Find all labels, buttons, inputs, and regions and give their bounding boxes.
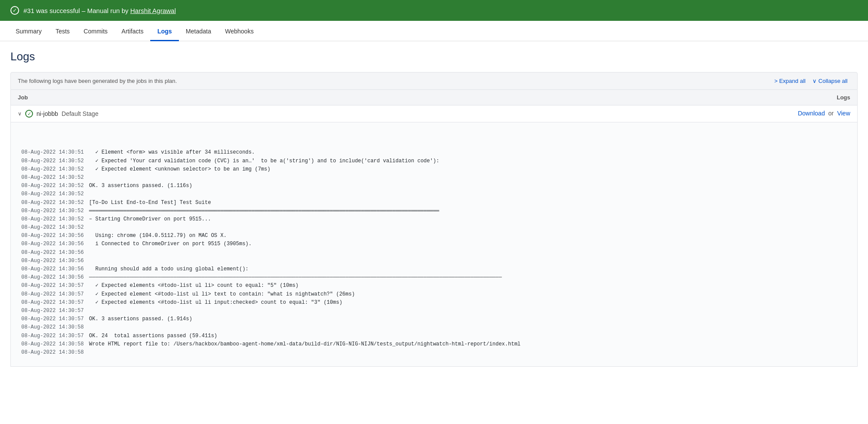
nav-tabs: Summary Tests Commits Artifacts Logs Met…: [0, 23, 868, 41]
log-line: 08-Aug-2022 14:30:52════════════════════…: [21, 207, 843, 215]
tab-summary[interactable]: Summary: [9, 23, 49, 41]
log-line: 08-Aug-2022 14:30:57 ✓ Expected elements…: [21, 299, 843, 307]
status-banner: ✓ #31 was successful – Manual run by Har…: [0, 0, 868, 21]
or-text: or: [828, 110, 834, 117]
logs-description: The following logs have been generated b…: [18, 78, 177, 84]
log-message: ✓ Expected elements <#todo-list ul li> c…: [89, 282, 299, 290]
tab-commits[interactable]: Commits: [77, 23, 115, 41]
log-timestamp: 08-Aug-2022 14:30:52: [21, 174, 84, 182]
log-message: ✓ Expected 'Your card validation code (C…: [89, 157, 439, 165]
log-message: ✓ Expected element <#todo-list ul li> te…: [89, 290, 355, 299]
table-row: ∨ ✓ ni-jobbb Default Stage Download or V…: [11, 105, 858, 122]
log-timestamp: 08-Aug-2022 14:30:52: [21, 165, 84, 174]
success-icon: ✓: [10, 6, 19, 15]
log-line: 08-Aug-2022 14:30:52: [21, 190, 843, 198]
col-job-header: Job: [11, 90, 508, 105]
log-message: OK. 24 total assertions passed (59.411s): [89, 332, 217, 340]
log-line: 08-Aug-2022 14:30:56 i Connected to Chro…: [21, 240, 843, 248]
log-line: 08-Aug-2022 14:30:52 ✓ Expected 'Your ca…: [21, 157, 843, 165]
log-message: Running should add a todo using global e…: [89, 265, 248, 273]
log-line: 08-Aug-2022 14:30:52OK. 3 assertions pas…: [21, 182, 843, 190]
log-timestamp: 08-Aug-2022 14:30:52: [21, 157, 84, 165]
job-actions-cell: Download or View: [508, 105, 857, 122]
log-timestamp: 08-Aug-2022 14:30:56: [21, 257, 84, 265]
log-line: 08-Aug-2022 14:30:57 ✓ Expected element …: [21, 290, 843, 299]
log-message: Using: chrome (104.0.5112.79) on MAC OS …: [89, 232, 227, 240]
job-name-cell: ∨ ✓ ni-jobbb Default Stage: [11, 105, 508, 122]
view-link[interactable]: View: [837, 110, 850, 117]
log-timestamp: 08-Aug-2022 14:30:57: [21, 299, 84, 307]
tab-artifacts[interactable]: Artifacts: [115, 23, 151, 41]
log-output: 08-Aug-2022 14:30:51 ✓ Element <form> wa…: [18, 127, 850, 362]
log-line: 08-Aug-2022 14:30:56 Running should add …: [21, 265, 843, 273]
log-line: 08-Aug-2022 14:30:57OK. 24 total asserti…: [21, 332, 843, 340]
log-timestamp: 08-Aug-2022 14:30:52: [21, 207, 84, 215]
expand-all-button[interactable]: Expand all: [772, 77, 808, 85]
log-line: 08-Aug-2022 14:30:51 ✓ Element <form> wa…: [21, 148, 843, 157]
log-line: 08-Aug-2022 14:30:58: [21, 348, 843, 357]
page-title: Logs: [10, 50, 858, 63]
log-message: ✓ Expected element <unknown selector> to…: [89, 165, 271, 174]
log-line: 08-Aug-2022 14:30:52: [21, 224, 843, 232]
log-line: 08-Aug-2022 14:30:52: [21, 174, 843, 182]
log-line: 08-Aug-2022 14:30:56────────────────────…: [21, 273, 843, 282]
log-timestamp: 08-Aug-2022 14:30:57: [21, 282, 84, 290]
log-timestamp: 08-Aug-2022 14:30:52: [21, 199, 84, 207]
log-message: – Starting ChromeDriver on port 9515...: [89, 215, 211, 224]
page-content: Logs The following logs have been genera…: [0, 41, 868, 375]
log-timestamp: 08-Aug-2022 14:30:58: [21, 340, 84, 348]
log-timestamp: 08-Aug-2022 14:30:56: [21, 240, 84, 248]
log-message: [To-Do List End-to-End Test] Test Suite: [89, 199, 211, 207]
chevron-down-icon[interactable]: ∨: [18, 111, 22, 117]
logs-header-actions: Expand all Collapse all: [772, 77, 850, 85]
log-line: 08-Aug-2022 14:30:57 ✓ Expected elements…: [21, 282, 843, 290]
job-success-icon: ✓: [25, 110, 33, 118]
log-message: Wrote HTML report file to: /Users/hackbo…: [89, 340, 521, 348]
log-timestamp: 08-Aug-2022 14:30:56: [21, 265, 84, 273]
log-line: 08-Aug-2022 14:30:57: [21, 307, 843, 315]
log-timestamp: 08-Aug-2022 14:30:56: [21, 232, 84, 240]
log-line: 08-Aug-2022 14:30:52 ✓ Expected element …: [21, 165, 843, 174]
log-line: 08-Aug-2022 14:30:56: [21, 249, 843, 257]
col-logs-header: Logs: [508, 90, 857, 105]
log-line: 08-Aug-2022 14:30:58: [21, 323, 843, 332]
log-timestamp: 08-Aug-2022 14:30:52: [21, 190, 84, 198]
download-link[interactable]: Download: [798, 110, 825, 117]
log-timestamp: 08-Aug-2022 14:30:57: [21, 307, 84, 315]
job-name-label: ni-jobbb: [36, 110, 58, 117]
log-timestamp: 08-Aug-2022 14:30:52: [21, 224, 84, 232]
log-message: ✓ Expected elements <#todo-list ul li in…: [89, 299, 342, 307]
log-line: 08-Aug-2022 14:30:57OK. 3 assertions pas…: [21, 315, 843, 323]
log-timestamp: 08-Aug-2022 14:30:58: [21, 323, 84, 332]
log-line: 08-Aug-2022 14:30:56 Using: chrome (104.…: [21, 232, 843, 240]
collapse-all-button[interactable]: Collapse all: [810, 77, 850, 85]
log-timestamp: 08-Aug-2022 14:30:58: [21, 348, 84, 357]
log-timestamp: 08-Aug-2022 14:30:52: [21, 215, 84, 224]
logs-table: Job Logs ∨ ✓ ni-jobbb Default Stage Down…: [10, 90, 858, 367]
tab-logs[interactable]: Logs: [150, 23, 178, 41]
log-message: OK. 3 assertions passed. (1.116s): [89, 182, 192, 190]
banner-author-link[interactable]: Harshit Agrawal: [130, 7, 176, 14]
log-line: 08-Aug-2022 14:30:52– Starting ChromeDri…: [21, 215, 843, 224]
log-message: ✓ Element <form> was visible after 34 mi…: [89, 148, 255, 157]
log-line: 08-Aug-2022 14:30:56: [21, 257, 843, 265]
log-timestamp: 08-Aug-2022 14:30:57: [21, 315, 84, 323]
log-output-cell: 08-Aug-2022 14:30:51 ✓ Element <form> wa…: [11, 122, 858, 367]
job-stage-label: Default Stage: [62, 110, 99, 117]
log-message: OK. 3 assertions passed. (1.914s): [89, 315, 192, 323]
log-timestamp: 08-Aug-2022 14:30:57: [21, 332, 84, 340]
banner-text: #31 was successful – Manual run by Harsh…: [23, 7, 176, 14]
log-timestamp: 08-Aug-2022 14:30:56: [21, 273, 84, 282]
logs-header-bar: The following logs have been generated b…: [10, 72, 858, 90]
log-line: 08-Aug-2022 14:30:52[To-Do List End-to-E…: [21, 199, 843, 207]
log-timestamp: 08-Aug-2022 14:30:57: [21, 290, 84, 299]
log-timestamp: 08-Aug-2022 14:30:56: [21, 249, 84, 257]
log-output-row: 08-Aug-2022 14:30:51 ✓ Element <form> wa…: [11, 122, 858, 367]
log-timestamp: 08-Aug-2022 14:30:52: [21, 182, 84, 190]
tab-webhooks[interactable]: Webhooks: [218, 23, 261, 41]
log-message: i Connected to ChromeDriver on port 9515…: [89, 240, 251, 248]
tab-tests[interactable]: Tests: [49, 23, 77, 41]
log-line: 08-Aug-2022 14:30:58Wrote HTML report fi…: [21, 340, 843, 348]
tab-metadata[interactable]: Metadata: [179, 23, 218, 41]
log-message: ────────────────────────────────────────…: [89, 273, 502, 282]
